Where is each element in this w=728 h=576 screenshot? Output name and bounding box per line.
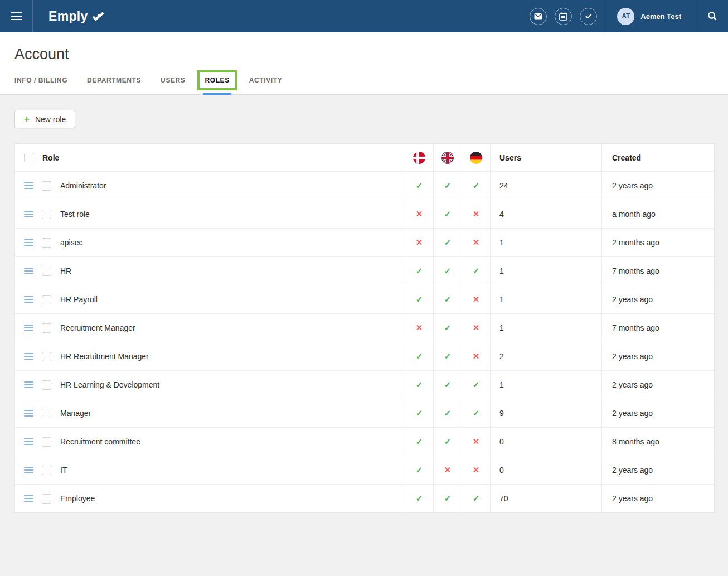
roles-table-body: Administrator ✓ ✓ ✓ 24 2 years ago Test … [15, 171, 714, 512]
plus-icon: + [24, 114, 30, 124]
role-name: HR Payroll [60, 295, 98, 304]
drag-handle-icon[interactable] [24, 266, 33, 276]
english-availability-cell: ✓ [433, 200, 462, 228]
role-name: HR Recruitment Manager [60, 352, 149, 361]
table-row[interactable]: HR Learning & Development ✓ ✓ ✓ 1 2 year… [15, 370, 714, 399]
drag-handle-icon[interactable] [24, 493, 33, 504]
table-row[interactable]: Manager ✓ ✓ ✓ 9 2 years ago [15, 399, 714, 427]
row-checkbox[interactable] [42, 238, 51, 248]
danish-column-header [405, 144, 433, 171]
tab-departments[interactable]: DEPARTMENTS [87, 76, 141, 94]
drag-handle-icon[interactable] [24, 181, 33, 191]
table-row[interactable]: HR ✓ ✓ ✓ 1 7 months ago [15, 256, 714, 285]
danish-availability-cell: ✓ [405, 485, 433, 512]
table-row[interactable]: Recruitment Manager ✕ ✓ ✕ 1 7 months ago [15, 313, 714, 342]
available-check-icon: ✓ [444, 437, 452, 447]
tasks-button[interactable] [580, 8, 597, 25]
logo-text: Emply [48, 9, 88, 24]
table-row[interactable]: Employee ✓ ✓ ✓ 70 2 years ago [15, 484, 714, 512]
available-check-icon: ✓ [473, 380, 480, 390]
tab-activity[interactable]: ACTIVITY [249, 76, 282, 94]
english-availability-cell: ✓ [433, 172, 462, 200]
table-row[interactable]: Test role ✕ ✓ ✕ 4 a month ago [15, 200, 714, 228]
tab-roles[interactable]: ROLES [205, 76, 229, 94]
drag-handle-icon[interactable] [24, 380, 33, 390]
row-checkbox[interactable] [42, 437, 51, 447]
english-availability-cell: ✓ [433, 371, 462, 399]
row-checkbox[interactable] [42, 210, 51, 219]
search-button[interactable] [696, 0, 728, 32]
danish-availability-cell: ✕ [405, 200, 433, 228]
row-checkbox[interactable] [42, 295, 51, 304]
row-checkbox[interactable] [42, 409, 51, 418]
table-row[interactable]: HR Payroll ✓ ✓ ✕ 1 2 years ago [15, 285, 714, 313]
drag-handle-icon[interactable] [24, 351, 33, 361]
hamburger-menu-button[interactable] [0, 0, 33, 32]
german-availability-cell: ✓ [462, 371, 490, 399]
tab-users[interactable]: USERS [161, 76, 185, 94]
available-check-icon: ✓ [416, 437, 423, 447]
row-checkbox[interactable] [42, 494, 51, 504]
available-check-icon: ✓ [416, 351, 423, 361]
danish-availability-cell: ✓ [405, 399, 433, 427]
created-date: 2 years ago [612, 494, 653, 503]
available-check-icon: ✓ [416, 266, 423, 276]
users-count: 70 [499, 494, 508, 503]
row-checkbox[interactable] [42, 267, 51, 276]
denmark-flag-icon [413, 152, 425, 164]
available-check-icon: ✓ [473, 181, 480, 191]
danish-availability-cell: ✓ [405, 257, 433, 285]
table-row[interactable]: Administrator ✓ ✓ ✓ 24 2 years ago [15, 171, 714, 200]
available-check-icon: ✓ [444, 493, 452, 504]
drag-handle-icon[interactable] [24, 408, 33, 418]
english-column-header [433, 144, 462, 171]
english-availability-cell: ✓ [433, 428, 462, 456]
available-check-icon: ✓ [473, 408, 480, 418]
tab-info-billing[interactable]: INFO / BILLING [14, 76, 67, 94]
drag-handle-icon[interactable] [24, 437, 33, 447]
user-menu[interactable]: AT Aemen Test [605, 0, 696, 32]
drag-handle-icon[interactable] [24, 238, 33, 248]
german-availability-cell: ✕ [462, 342, 490, 370]
drag-handle-icon[interactable] [24, 209, 33, 219]
role-name: Administrator [60, 181, 106, 190]
row-checkbox[interactable] [42, 466, 51, 475]
users-count: 0 [499, 466, 504, 475]
calendar-button[interactable] [555, 8, 572, 25]
danish-availability-cell: ✓ [405, 285, 433, 313]
row-checkbox[interactable] [42, 181, 51, 191]
unavailable-cross-icon: ✕ [473, 238, 480, 248]
available-check-icon: ✓ [444, 408, 452, 418]
row-checkbox[interactable] [42, 323, 51, 333]
mail-button[interactable] [530, 8, 547, 25]
new-role-label: New role [35, 115, 66, 124]
account-tabs: INFO / BILLING DEPARTMENTS USERS ROLES A… [14, 76, 714, 94]
page-header: Account INFO / BILLING DEPARTMENTS USERS… [0, 32, 728, 95]
role-column-header: Role [42, 153, 59, 162]
german-availability-cell: ✕ [462, 200, 490, 228]
page-title: Account [14, 32, 714, 63]
row-checkbox[interactable] [42, 352, 51, 361]
english-availability-cell: ✓ [433, 285, 462, 313]
unavailable-cross-icon: ✕ [473, 437, 480, 447]
table-row[interactable]: HR Recruitment Manager ✓ ✓ ✕ 2 2 years a… [15, 342, 714, 370]
emply-logo[interactable]: Emply [48, 9, 104, 24]
available-check-icon: ✓ [473, 266, 480, 276]
roles-panel: + New role Role [0, 95, 728, 513]
german-availability-cell: ✕ [462, 456, 490, 484]
users-count: 1 [499, 238, 504, 247]
select-all-checkbox[interactable] [24, 153, 33, 162]
drag-handle-icon[interactable] [24, 294, 33, 304]
row-checkbox[interactable] [42, 380, 51, 390]
unavailable-cross-icon: ✕ [416, 209, 423, 219]
available-check-icon: ✓ [416, 465, 423, 475]
calendar-icon [559, 12, 567, 21]
german-availability-cell: ✕ [462, 229, 490, 256]
drag-handle-icon[interactable] [24, 465, 33, 475]
created-date: 8 months ago [612, 437, 659, 446]
table-row[interactable]: IT ✓ ✕ ✕ 0 2 years ago [15, 456, 714, 484]
table-row[interactable]: apisec ✕ ✓ ✕ 1 2 months ago [15, 228, 714, 256]
drag-handle-icon[interactable] [24, 323, 33, 333]
table-row[interactable]: Recruitment committee ✓ ✓ ✕ 0 8 months a… [15, 427, 714, 456]
new-role-button[interactable]: + New role [14, 110, 75, 128]
